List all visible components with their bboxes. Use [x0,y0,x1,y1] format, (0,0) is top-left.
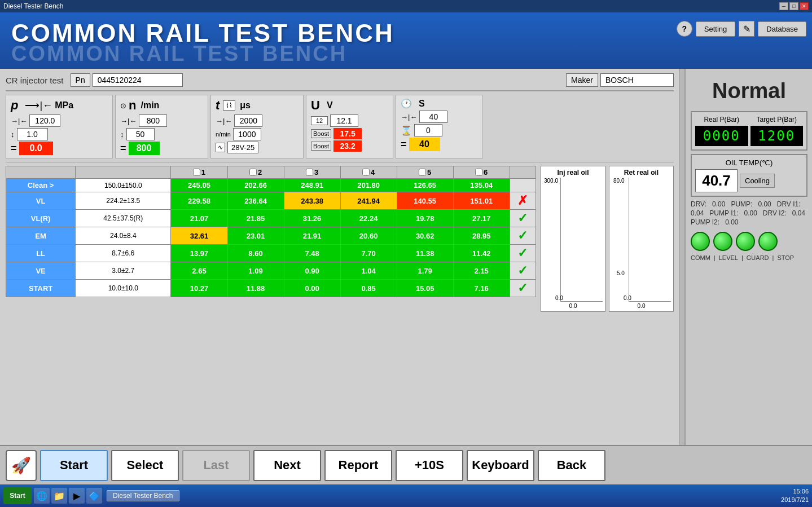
row-label-2[interactable]: VL(R) [6,210,76,227]
setting-button[interactable]: Setting [696,21,735,37]
next-button[interactable]: Next [253,450,321,481]
boost1-icon: Boost [311,129,331,138]
col4-checkbox[interactable] [362,169,370,176]
row-1-col-4: 241.94 [340,192,397,210]
data-table-container: 1 2 3 [6,166,536,312]
row-label-3[interactable]: EM [6,227,76,245]
plus10s-button[interactable]: +10S [396,450,463,481]
maximize-button[interactable]: □ [789,2,798,10]
col5-checkbox[interactable] [419,169,426,176]
drv-val: 0.00 [712,200,725,208]
guard-indicator[interactable] [736,232,755,251]
taskbar: Start 🌐 📁 ▶ 🔷 Diesel Tester Bench 15:06 … [0,484,812,507]
ret-chart-title: Ret real oil [612,169,671,177]
stop-indicator[interactable] [758,232,778,251]
taskbar-time: 15:06 [781,487,809,496]
drvi1-val: 0.04 [691,209,704,217]
row-1-col-5: 140.55 [397,192,453,210]
taskbar-icon-3[interactable]: ▶ [69,488,85,504]
row-spec-6: 10.0±10.0 [76,280,171,297]
row-6-col-2: 11.88 [227,280,284,297]
pen-button[interactable]: ✎ [739,21,754,37]
pn-input[interactable] [93,73,183,87]
row-label-1[interactable]: VL [6,192,76,210]
hourglass-icon: ⌛ [401,125,412,136]
select-button[interactable]: Select [111,450,179,481]
pn-label: Pn [71,73,90,87]
database-button[interactable]: Database [758,21,806,37]
inj-chart-title: Inj real oil [543,169,603,177]
row-6-col-1: 10.27 [171,280,227,297]
row-3-col-4: 20.60 [340,227,397,245]
row-label-4[interactable]: LL [6,245,76,262]
table-row: VL(R)42.5±37.5(R)21.0721.8531.2622.2419.… [6,210,536,227]
row-2-col-6: 27.17 [453,210,510,227]
row-5-col-1: 2.65 [171,262,227,280]
minimize-button[interactable]: ─ [779,2,788,10]
timer-set-arrow: →|← [401,113,417,121]
clock-icon: 🕐 [401,98,412,109]
row-4-col-4: 7.70 [340,245,397,262]
close-button[interactable]: ✕ [800,2,809,10]
pressure-symbol: p [11,98,18,113]
row-2-col-5: 19.78 [397,210,453,227]
level-indicator[interactable] [713,232,732,251]
row-label-0[interactable]: Clean > [6,179,76,192]
pumpi1-val: 0.00 [744,209,757,217]
row-3-col-5: 30.62 [397,227,453,245]
pressure-values-row: 0000 1200 [695,126,803,146]
taskbar-icon-1[interactable]: 🌐 [34,488,50,504]
pressure-min-val: 1.0 [17,128,48,140]
title-bar-text: Diesel Tester Bench [3,2,64,10]
ret-chart-area: 80.0 5.0 0.0 [629,178,671,302]
real-p-label: Real P(Bar) [695,116,748,124]
maker-input[interactable] [600,73,674,87]
time-wave2-icon: ∿ [216,143,225,152]
table-row: Clean >150.0±150.0245.05202.66248.91201.… [6,179,536,192]
oil-temp-row: 40.7 Cooling [695,169,803,192]
col2-header: 2 [231,168,280,177]
row-label-6[interactable]: START [6,280,76,297]
col1-checkbox[interactable] [193,169,200,176]
scroll-divider[interactable] [679,69,685,445]
row-5-col-5: 1.79 [397,262,453,280]
row-spec-0: 150.0±150.0 [76,179,171,192]
pressure-arrow-icon: ⟶|← [25,99,52,112]
col2-checkbox[interactable] [249,169,257,176]
indicators-row [691,232,807,251]
row-spec-5: 3.0±2.7 [76,262,171,280]
taskbar-icon-4[interactable]: 🔷 [86,488,102,504]
time-wave-icon: ⌇⌇ [223,100,235,111]
row-3-col-2: 23.01 [227,227,284,245]
row-5-col-3: 0.90 [284,262,340,280]
timer-group: 🕐 S →|← 40 ⌛ 0 = 40 [396,95,483,158]
indicator-labels: COMM | LEVEL | GUARD | STOP [691,254,807,261]
stop-label: STOP [777,254,794,261]
col1-header: 1 [174,168,223,177]
oil-temp-box: OIL TEMP(℃) 40.7 Cooling [691,154,807,197]
label-sep1: | [714,254,716,261]
toolbar-logo: 🚀 [6,450,37,481]
col3-checkbox[interactable] [306,169,313,176]
last-button[interactable]: Last [182,450,250,481]
start-button[interactable]: Start [40,450,108,481]
back-button[interactable]: Back [538,450,605,481]
oil-temp-value: 40.7 [695,169,738,192]
comm-indicator[interactable] [691,232,710,251]
drv-label: DRV: [691,200,706,208]
col6-checkbox[interactable] [475,169,482,176]
rotation-eq: = [120,143,126,155]
taskbar-icon-2[interactable]: 📁 [51,488,67,504]
app-subtitle: COMMON RAIL TEST BENCH [11,42,347,66]
row-label-5[interactable]: VE [6,262,76,280]
row-5-col-2: 1.09 [227,262,284,280]
pn-field: Pn [71,73,183,87]
report-button[interactable]: Report [324,450,392,481]
start-menu-button[interactable]: Start [3,487,32,504]
keyboard-button[interactable]: Keyboard [467,450,534,481]
row-spec-4: 8.7±6.6 [76,245,171,262]
help-button[interactable]: ? [677,21,692,37]
active-app-label[interactable]: Diesel Tester Bench [107,490,179,501]
boost2-val: 23.2 [333,140,362,152]
ret-bot-label: 0.0 [624,295,631,301]
